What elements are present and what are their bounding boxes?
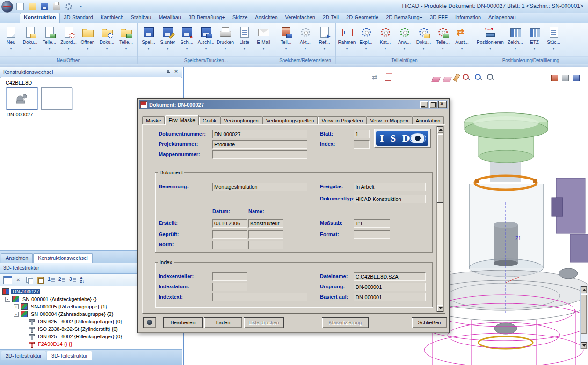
speichern-unter-button[interactable]: S.unter bbox=[158, 24, 177, 55]
tab-erw-maske[interactable]: Erw. Maske bbox=[165, 115, 199, 125]
qat-new-button[interactable] bbox=[15, 1, 25, 11]
hicad-logo-icon[interactable] bbox=[1, 1, 13, 13]
bearbeiten-button[interactable]: Bearbeiten bbox=[163, 317, 203, 328]
close-icon[interactable] bbox=[173, 69, 179, 75]
dokument-neu-button[interactable]: Doku... bbox=[21, 24, 40, 55]
tree-scrollbar[interactable] bbox=[580, 286, 588, 349]
teil-speichern-button[interactable]: Teil... bbox=[276, 24, 296, 55]
norm-datum-field[interactable] bbox=[212, 241, 247, 249]
alle-schliessen-button[interactable]: A.schl... bbox=[196, 24, 216, 55]
wire-cube-icon[interactable] bbox=[384, 73, 392, 82]
projektnummer-field[interactable]: Produkte bbox=[212, 140, 307, 149]
sort-level-2-icon[interactable] bbox=[58, 276, 66, 284]
neu-button[interactable]: Neu bbox=[1, 24, 21, 55]
blatt-field[interactable]: 1 bbox=[354, 130, 370, 138]
ursprung-field[interactable]: DN-000001 bbox=[354, 283, 426, 291]
geprueft-name-field[interactable] bbox=[248, 230, 283, 239]
ribbon-tab-2d-bemassung[interactable]: 2D-Bemaßung+ bbox=[382, 13, 426, 23]
brush-icon[interactable] bbox=[453, 73, 460, 82]
ribbon-tab-ansichten[interactable]: Ansichten bbox=[251, 13, 281, 23]
ribbon-tab-3d-fff[interactable]: 3D-FFF bbox=[426, 13, 451, 23]
tab-2d-teilestruktur[interactable]: 2D-Teilestruktur bbox=[1, 351, 46, 360]
speichern-schliessen-button[interactable]: Schl... bbox=[177, 24, 196, 55]
qat-settings-button[interactable] bbox=[64, 1, 74, 11]
indexdatum-field[interactable] bbox=[212, 283, 247, 291]
teile-neu-button[interactable]: Teile... bbox=[40, 24, 59, 55]
scrollbar-thumb[interactable] bbox=[437, 134, 443, 203]
ribbon-tab-kantblech[interactable]: Kantblech bbox=[97, 13, 127, 23]
massstab-field[interactable]: 1:1 bbox=[354, 219, 390, 228]
email-button[interactable]: E-Mail bbox=[254, 24, 273, 55]
qat-save-button[interactable] bbox=[39, 1, 50, 11]
ribbon-tab-3d-bemassung[interactable]: 3D-Bemaßung+ bbox=[185, 13, 229, 23]
stueckliste-button[interactable]: Stüc... bbox=[544, 24, 563, 55]
tab-ansichten[interactable]: Ansichten bbox=[1, 253, 33, 263]
freigabe-field[interactable]: In Arbeit bbox=[354, 183, 426, 191]
cube-gray-icon[interactable] bbox=[562, 75, 569, 81]
dateiname-field[interactable]: C:C42BEE8D.SZA bbox=[354, 272, 426, 281]
ribbon-tab-anlagenbau[interactable]: Anlagenbau bbox=[485, 13, 520, 23]
aktualisieren-button[interactable]: Akt... bbox=[296, 24, 315, 55]
eraser-red-icon[interactable] bbox=[443, 77, 452, 82]
austauschen-button[interactable]: Aust... bbox=[452, 24, 472, 55]
liste-button[interactable]: Liste bbox=[235, 24, 254, 55]
dokumentnummer-field[interactable]: DN-000027 bbox=[212, 130, 307, 138]
swap-arrows-icon[interactable] bbox=[371, 73, 380, 82]
indexersteller-field[interactable] bbox=[212, 272, 247, 281]
tab-3d-teilestruktur[interactable]: 3D-Teilestruktur bbox=[47, 351, 92, 360]
cube-red-icon[interactable] bbox=[551, 75, 558, 81]
dialog-title-bar[interactable]: Dokument: DN-000027 bbox=[139, 100, 448, 109]
tab-verknuepfungen[interactable]: Verknüpfungen bbox=[220, 116, 262, 125]
expand-icon[interactable]: + bbox=[14, 304, 19, 309]
structure-window-icon[interactable] bbox=[3, 276, 12, 284]
maximize-button[interactable] bbox=[429, 101, 437, 108]
index-field[interactable] bbox=[354, 140, 370, 149]
tab-maske[interactable]: Maske bbox=[142, 116, 165, 125]
minimize-button[interactable] bbox=[420, 101, 428, 108]
mappennummer-field[interactable] bbox=[212, 150, 307, 159]
format-field[interactable] bbox=[354, 230, 390, 239]
drawing-thumbnail[interactable] bbox=[7, 87, 37, 110]
qat-print-button[interactable] bbox=[51, 1, 62, 11]
explorer-button[interactable]: Expl... bbox=[356, 24, 376, 55]
drucken-button[interactable]: Drucken bbox=[216, 24, 235, 55]
zoom-red-icon[interactable] bbox=[462, 73, 471, 82]
tab-konstruktionswechsel[interactable]: Konstruktionswechsel bbox=[33, 253, 92, 263]
collapse-icon[interactable]: - bbox=[14, 312, 19, 317]
etz-button[interactable]: ETZ bbox=[525, 24, 544, 55]
positionieren-button[interactable]: Positionieren bbox=[475, 24, 506, 55]
laden-button[interactable]: Laden bbox=[204, 317, 242, 328]
qat-open-button[interactable] bbox=[27, 1, 37, 11]
delete-icon[interactable] bbox=[15, 276, 23, 284]
ribbon-tab-information[interactable]: Information bbox=[451, 13, 485, 23]
eraser-icon[interactable] bbox=[431, 77, 441, 82]
tree-row[interactable]: DIN 625 - 6002 {Rillenkugellager} {0} bbox=[0, 333, 182, 340]
zeichnung-button[interactable]: Zeich... bbox=[506, 24, 525, 55]
ribbon-tab-metallbau[interactable]: Metallbau bbox=[155, 13, 185, 23]
cube-blue-icon[interactable] bbox=[573, 75, 580, 81]
klassifizierung-button[interactable]: Klassifizierung bbox=[322, 317, 369, 328]
ribbon-tab-konstruktion[interactable]: Konstruktion bbox=[20, 13, 60, 23]
tab-verw-in-mappen[interactable]: Verw. in Mappen bbox=[366, 116, 412, 125]
ribbon-tab-2d-teil[interactable]: 2D-Teil bbox=[319, 13, 342, 23]
scroll-down-icon[interactable] bbox=[581, 342, 587, 349]
teile-gear-button[interactable]: Teile... bbox=[433, 24, 452, 55]
scroll-up-icon[interactable] bbox=[437, 126, 443, 133]
scrollbar-thumb[interactable] bbox=[581, 294, 587, 334]
speichern-button[interactable]: Spei... bbox=[139, 24, 158, 55]
indextext-field[interactable] bbox=[212, 293, 307, 301]
basiert-auf-field[interactable]: DN-000001 bbox=[354, 293, 426, 301]
zoom-window-icon[interactable] bbox=[486, 73, 495, 82]
scroll-up-icon[interactable] bbox=[581, 286, 587, 293]
rahmen-button[interactable]: Rahmen bbox=[337, 24, 356, 55]
schliessen-button[interactable]: Schließen bbox=[412, 317, 447, 328]
dialog-scrollbar[interactable] bbox=[436, 126, 444, 312]
anwendung-button[interactable]: Anw... bbox=[395, 24, 414, 55]
erstellt-name-field[interactable]: Konstrukteur bbox=[248, 219, 283, 228]
benennung-field[interactable]: Montagesimulation bbox=[212, 183, 307, 191]
dokument-oeffnen-button[interactable]: Doku... bbox=[97, 24, 116, 55]
zuordnen-button[interactable]: Zuord... bbox=[59, 24, 78, 55]
liste-drucken-button[interactable]: Liste drucken bbox=[244, 317, 284, 328]
qat-more-button[interactable]: ▾ bbox=[76, 1, 86, 11]
tab-verknuepfungsquellen[interactable]: Verknüpfungsquellen bbox=[262, 116, 318, 125]
